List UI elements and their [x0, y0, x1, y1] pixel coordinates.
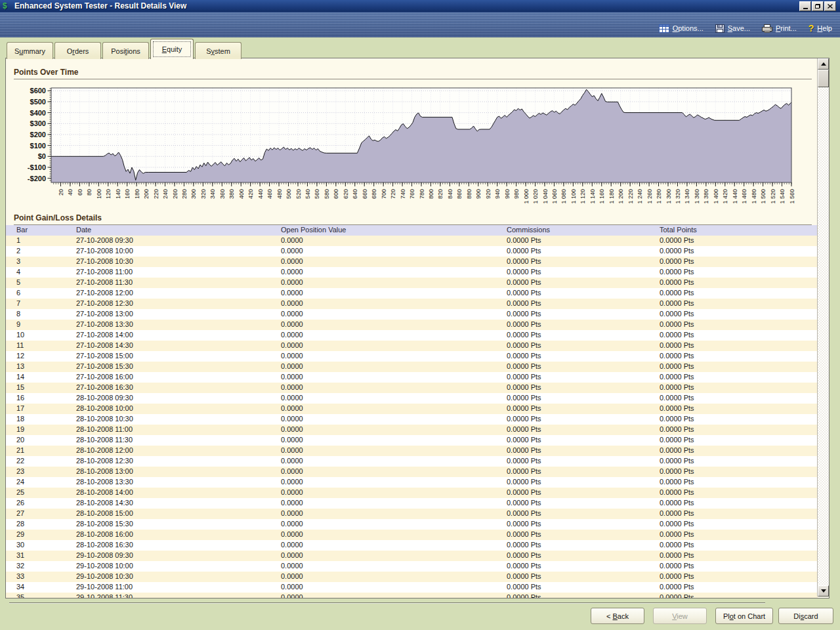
table-row[interactable]: 2028-10-2008 11:300.00000.0000 Pts0.0000…: [6, 435, 818, 446]
cell-open-position-value: 0.0000: [281, 509, 303, 517]
cell-commissions: 0.0000 Pts: [507, 530, 541, 538]
table-row[interactable]: 127-10-2008 09:300.00000.0000 Pts0.0000 …: [6, 236, 818, 246]
table-row[interactable]: 2128-10-2008 12:000.00000.0000 Pts0.0000…: [6, 446, 818, 456]
scroll-up-button[interactable]: [818, 58, 829, 70]
svg-text:1 000: 1 000: [523, 189, 530, 204]
cell-date: 29-10-2008 11:00: [76, 583, 133, 591]
table-row[interactable]: 927-10-2008 13:300.00000.0000 Pts0.0000 …: [6, 320, 818, 330]
close-button[interactable]: [824, 1, 836, 11]
table-row[interactable]: 427-10-2008 11:000.00000.0000 Pts0.0000 …: [6, 267, 818, 278]
table-row[interactable]: 627-10-2008 12:000.00000.0000 Pts0.0000 …: [6, 288, 818, 299]
table-row[interactable]: 2828-10-2008 15:300.00000.0000 Pts0.0000…: [6, 519, 818, 530]
cell-total-points: 0.0000 Pts: [660, 268, 694, 276]
svg-text:280: 280: [181, 189, 188, 199]
table-row[interactable]: 1327-10-2008 15:300.00000.0000 Pts0.0000…: [6, 362, 818, 372]
tab-positions[interactable]: Positions: [102, 42, 149, 59]
cell-total-points: 0.0000 Pts: [660, 572, 694, 580]
svg-text:520: 520: [295, 189, 302, 199]
table-row[interactable]: 2728-10-2008 15:000.00000.0000 Pts0.0000…: [6, 509, 818, 519]
cell-bar: 27: [16, 509, 24, 517]
cell-open-position-value: 0.0000: [281, 572, 303, 580]
cell-commissions: 0.0000 Pts: [507, 467, 541, 475]
svg-text:$100: $100: [30, 142, 46, 150]
table-row[interactable]: 1828-10-2008 10:300.00000.0000 Pts0.0000…: [6, 414, 818, 425]
minimize-button[interactable]: [799, 1, 811, 11]
table-row[interactable]: 1728-10-2008 10:000.00000.0000 Pts0.0000…: [6, 404, 818, 414]
tab-summary[interactable]: Summary: [7, 42, 53, 59]
svg-text:40: 40: [67, 189, 74, 196]
cell-open-position-value: 0.0000: [281, 530, 303, 538]
table-row[interactable]: 527-10-2008 11:300.00000.0000 Pts0.0000 …: [6, 278, 818, 288]
svg-text:980: 980: [513, 189, 520, 199]
cell-commissions: 0.0000 Pts: [507, 394, 541, 402]
cell-open-position-value: 0.0000: [281, 257, 303, 265]
cell-open-position-value: 0.0000: [281, 478, 303, 486]
cell-total-points: 0.0000 Pts: [660, 362, 694, 370]
table-row[interactable]: 2528-10-2008 14:000.00000.0000 Pts0.0000…: [6, 488, 818, 498]
cell-commissions: 0.0000 Pts: [507, 278, 541, 286]
svg-text:320: 320: [200, 189, 207, 199]
window-title: Enhanced System Tester - Result Details …: [14, 1, 186, 10]
table-row[interactable]: 1127-10-2008 14:300.00000.0000 Pts0.0000…: [6, 341, 818, 351]
scroll-thumb[interactable]: [818, 70, 829, 87]
cell-date: 28-10-2008 13:30: [76, 478, 133, 486]
table-row[interactable]: 327-10-2008 10:300.00000.0000 Pts0.0000 …: [6, 257, 818, 267]
svg-text:740: 740: [400, 189, 406, 199]
cell-bar: 17: [16, 404, 24, 412]
table-row[interactable]: 227-10-2008 10:000.00000.0000 Pts0.0000 …: [6, 246, 818, 257]
svg-text:940: 940: [494, 189, 501, 199]
table-row[interactable]: 727-10-2008 12:300.00000.0000 Pts0.0000 …: [6, 299, 818, 309]
table-row[interactable]: 3229-10-2008 10:000.00000.0000 Pts0.0000…: [6, 561, 818, 572]
tab-equity[interactable]: Equity: [150, 39, 194, 59]
back-button[interactable]: < Back: [591, 608, 644, 624]
save-button[interactable]: Save...: [715, 24, 750, 33]
cell-open-position-value: 0.0000: [281, 383, 303, 391]
svg-text:1 560: 1 560: [789, 189, 795, 204]
cell-bar: 5: [16, 278, 20, 286]
cell-open-position-value: 0.0000: [281, 562, 303, 570]
table-row[interactable]: 3429-10-2008 11:000.00000.0000 Pts0.0000…: [6, 582, 818, 593]
table-row[interactable]: 3329-10-2008 10:300.00000.0000 Pts0.0000…: [6, 572, 818, 582]
table-row[interactable]: 1427-10-2008 16:000.00000.0000 Pts0.0000…: [6, 372, 818, 383]
print-button[interactable]: Print...: [762, 24, 797, 33]
cell-open-position-value: 0.0000: [281, 404, 303, 412]
cell-bar: 24: [16, 478, 24, 486]
table-row[interactable]: 2228-10-2008 12:300.00000.0000 Pts0.0000…: [6, 456, 818, 467]
table-row[interactable]: 3529-10-2008 11:300.00000.0000 Pts0.0000…: [6, 593, 818, 598]
vertical-scrollbar[interactable]: [817, 58, 829, 597]
table-row[interactable]: 1628-10-2008 09:300.00000.0000 Pts0.0000…: [6, 393, 818, 404]
restore-button[interactable]: [812, 1, 824, 11]
svg-text:120: 120: [105, 189, 112, 199]
table-row[interactable]: 3028-10-2008 16:300.00000.0000 Pts0.0000…: [6, 540, 818, 551]
cell-bar: 14: [16, 373, 24, 381]
table-row[interactable]: 1527-10-2008 16:300.00000.0000 Pts0.0000…: [6, 383, 818, 393]
options-button[interactable]: Options...: [659, 24, 704, 33]
table-row[interactable]: 2928-10-2008 16:000.00000.0000 Pts0.0000…: [6, 530, 818, 540]
svg-text:820: 820: [437, 189, 444, 199]
table-row[interactable]: 1928-10-2008 11:000.00000.0000 Pts0.0000…: [6, 425, 818, 435]
cell-commissions: 0.0000 Pts: [507, 310, 541, 318]
help-button[interactable]: ? Help: [808, 23, 832, 33]
table-row[interactable]: 2328-10-2008 13:000.00000.0000 Pts0.0000…: [6, 467, 818, 477]
cell-date: 28-10-2008 10:00: [76, 404, 133, 412]
cell-total-points: 0.0000 Pts: [660, 341, 694, 349]
table-row[interactable]: 3129-10-2008 09:300.00000.0000 Pts0.0000…: [6, 551, 818, 561]
plot-on-chart-button[interactable]: Plot on Chart: [715, 608, 773, 624]
table-row[interactable]: 1027-10-2008 14:000.00000.0000 Pts0.0000…: [6, 330, 818, 341]
scroll-down-button[interactable]: [818, 585, 829, 597]
table-row[interactable]: 2428-10-2008 13:300.00000.0000 Pts0.0000…: [6, 477, 818, 488]
tab-system[interactable]: System: [195, 42, 242, 59]
cell-commissions: 0.0000 Pts: [507, 415, 541, 423]
view-button[interactable]: View: [653, 608, 707, 624]
svg-text:920: 920: [485, 189, 492, 199]
table-row[interactable]: 827-10-2008 13:000.00000.0000 Pts0.0000 …: [6, 309, 818, 320]
svg-text:380: 380: [228, 189, 235, 199]
table-row[interactable]: 2628-10-2008 14:300.00000.0000 Pts0.0000…: [6, 498, 818, 509]
table-row[interactable]: 1227-10-2008 15:000.00000.0000 Pts0.0000…: [6, 351, 818, 362]
svg-text:20: 20: [58, 189, 64, 196]
svg-text:1 500: 1 500: [760, 189, 766, 204]
discard-button[interactable]: Discard: [778, 608, 833, 624]
tab-orders[interactable]: Orders: [54, 42, 101, 59]
cell-open-position-value: 0.0000: [281, 331, 303, 339]
svg-text:460: 460: [266, 189, 273, 199]
